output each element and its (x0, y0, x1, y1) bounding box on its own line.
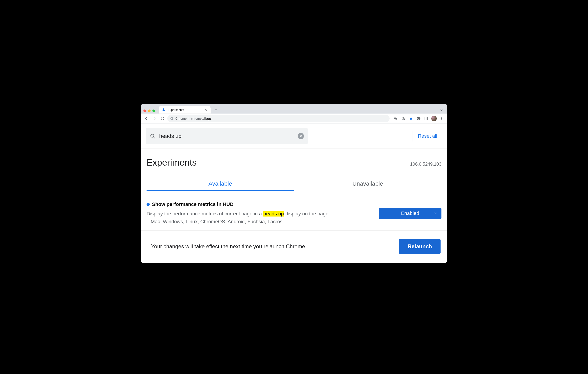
page-title: Experiments (147, 158, 197, 168)
flask-icon (162, 108, 166, 111)
svg-point-5 (441, 117, 442, 118)
url-chip-label: Chrome (175, 117, 187, 120)
close-window-button[interactable] (143, 110, 146, 112)
url-text: chrome://flags (191, 117, 211, 120)
clear-search-button[interactable] (298, 133, 304, 139)
url-separator: | (189, 117, 189, 120)
reload-button[interactable] (159, 115, 166, 122)
flag-title: Show performance metrics in HUD (152, 202, 234, 207)
relaunch-button[interactable]: Relaunch (399, 239, 441, 254)
browser-tab[interactable]: Experiments (159, 106, 210, 113)
flags-search-input[interactable] (159, 133, 294, 140)
address-bar[interactable]: Chrome | chrome://flags (167, 115, 389, 122)
kebab-menu-icon[interactable] (438, 115, 445, 122)
flag-tabs: Available Unavailable (147, 177, 441, 191)
new-tab-button[interactable] (213, 107, 219, 113)
browser-toolbar: Chrome | chrome://flags (141, 113, 447, 123)
side-panel-icon[interactable] (423, 115, 430, 122)
zoom-icon[interactable] (392, 115, 399, 122)
flags-page: Reset all Experiments 106.0.5249.103 Ava… (141, 123, 447, 263)
browser-window: Experiments (141, 104, 447, 263)
svg-point-1 (171, 118, 172, 119)
flag-state-value: Enabled (401, 211, 419, 216)
forward-button[interactable] (151, 115, 158, 122)
close-tab-icon[interactable] (204, 108, 207, 111)
chrome-version: 106.0.5249.103 (410, 162, 441, 167)
window-controls (143, 110, 157, 113)
flags-search-box[interactable] (146, 128, 308, 144)
chevron-down-icon (433, 211, 438, 216)
svg-point-7 (441, 119, 442, 120)
zoom-window-button[interactable] (152, 110, 155, 112)
svg-point-6 (441, 118, 442, 119)
back-button[interactable] (143, 115, 150, 122)
reset-all-button[interactable]: Reset all (413, 130, 442, 142)
chrome-logo-icon (170, 117, 174, 120)
relaunch-banner: Your changes will take effect the next t… (141, 231, 447, 263)
flag-description: Display the performance metrics of curre… (147, 210, 334, 225)
extensions-icon[interactable] (415, 115, 422, 122)
minimize-window-button[interactable] (148, 110, 151, 112)
search-highlight: heads up (263, 211, 284, 216)
bookmark-star-icon[interactable] (408, 115, 414, 122)
tabs-overflow-button[interactable] (440, 108, 444, 112)
tab-title: Experiments (168, 108, 202, 111)
tab-strip: Experiments (141, 104, 447, 113)
search-icon (150, 133, 156, 139)
flag-item: Show performance metrics in HUD Display … (141, 191, 447, 231)
share-icon[interactable] (400, 115, 407, 122)
modified-dot-icon (147, 203, 150, 206)
tab-available[interactable]: Available (147, 177, 294, 191)
profile-avatar[interactable] (431, 115, 437, 122)
tab-unavailable[interactable]: Unavailable (294, 177, 441, 191)
flag-state-select[interactable]: Enabled (379, 208, 441, 219)
relaunch-message: Your changes will take effect the next t… (151, 243, 307, 250)
svg-rect-4 (427, 117, 428, 120)
